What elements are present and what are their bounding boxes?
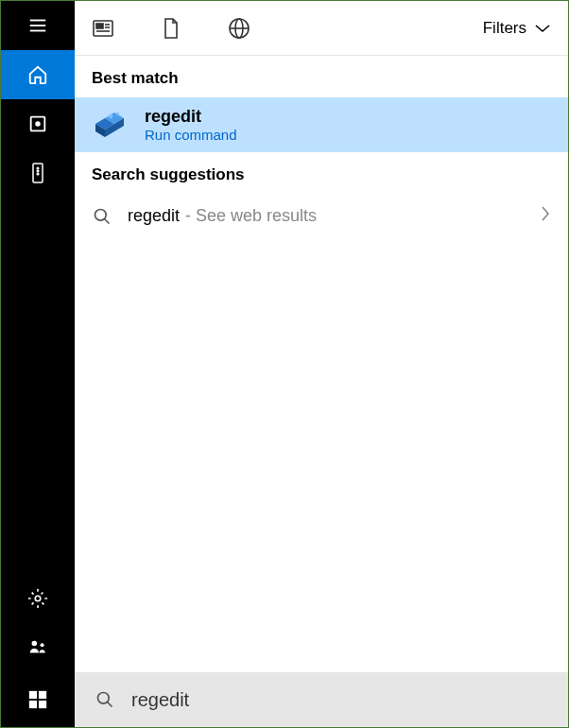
home-icon <box>27 64 48 85</box>
feedback-button[interactable] <box>1 623 75 672</box>
remote-icon <box>30 162 45 184</box>
suggestions-header: Search suggestions <box>75 152 568 194</box>
apps-tab[interactable] <box>1 99 75 148</box>
globe-icon <box>228 17 250 40</box>
search-input[interactable] <box>131 689 547 711</box>
svg-point-32 <box>98 693 110 704</box>
document-filter[interactable] <box>160 17 182 40</box>
svg-line-33 <box>108 702 112 707</box>
filters-label: Filters <box>483 19 526 38</box>
main-panel: Filters Best match regedit Run command S… <box>75 1 568 727</box>
search-icon <box>95 690 114 709</box>
result-subtitle: Run command <box>145 127 237 143</box>
news-filter[interactable] <box>92 17 114 40</box>
svg-point-8 <box>37 173 39 175</box>
remote-tab[interactable] <box>1 148 75 198</box>
home-tab[interactable] <box>1 50 75 99</box>
svg-rect-12 <box>29 691 37 699</box>
svg-point-11 <box>41 643 44 647</box>
best-match-header: Best match <box>75 56 568 97</box>
svg-rect-13 <box>39 691 46 699</box>
chevron-down-icon <box>534 23 551 34</box>
filters-dropdown[interactable]: Filters <box>483 19 551 38</box>
svg-rect-15 <box>39 701 46 708</box>
svg-point-4 <box>36 122 40 126</box>
result-title: regedit <box>145 107 237 127</box>
suggestion-hint: - See web results <box>185 206 317 226</box>
best-match-result[interactable]: regedit Run command <box>75 97 568 152</box>
top-bar: Filters <box>75 1 568 56</box>
svg-point-7 <box>37 170 39 172</box>
web-suggestion-row[interactable]: regedit - See web results <box>75 194 568 238</box>
chevron-right-icon <box>540 205 551 227</box>
start-button[interactable] <box>1 672 75 727</box>
left-sidebar <box>1 1 75 727</box>
document-icon <box>162 17 181 40</box>
web-filter[interactable] <box>228 17 250 40</box>
search-bar <box>75 672 568 727</box>
search-icon <box>93 207 112 226</box>
svg-rect-14 <box>29 701 37 708</box>
svg-line-31 <box>105 218 110 223</box>
svg-point-10 <box>32 641 38 647</box>
hamburger-icon <box>27 15 48 36</box>
windows-icon <box>27 689 48 710</box>
svg-point-9 <box>35 596 41 601</box>
svg-point-6 <box>37 167 39 169</box>
apps-icon <box>27 113 48 134</box>
hamburger-button[interactable] <box>1 1 75 50</box>
regedit-icon <box>92 107 128 143</box>
feedback-icon <box>27 637 48 658</box>
svg-rect-17 <box>96 24 103 28</box>
svg-point-30 <box>95 209 107 220</box>
settings-button[interactable] <box>1 574 75 623</box>
suggestion-term: regedit <box>128 206 180 226</box>
gear-icon <box>27 588 48 609</box>
news-icon <box>92 19 114 38</box>
